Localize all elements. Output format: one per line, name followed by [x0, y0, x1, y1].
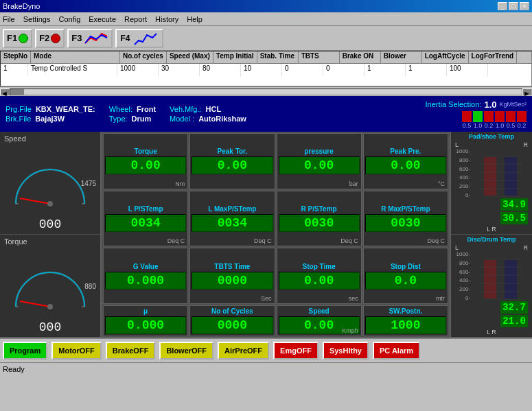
svg-point-3	[47, 201, 53, 207]
metric-tbts-time: TBTS Time 0000 Sec	[189, 248, 275, 304]
dy-400: 400-	[452, 277, 470, 283]
metric-rps-temp-unit: Deq C	[340, 237, 358, 244]
menu-report[interactable]: Report	[124, 15, 147, 23]
col-tbts: TBTS	[299, 51, 340, 63]
inertia-bar-2[interactable]	[484, 111, 494, 122]
airpre-off-button[interactable]: AirPreOFF	[218, 342, 269, 360]
pc-alarm-button[interactable]: PC Alarm	[373, 342, 420, 360]
maximize-button[interactable]: □	[509, 2, 518, 10]
wheel-value: Front	[137, 105, 156, 113]
data-grid: StepNo Mode No.of cycles Speed (Max) Tem…	[0, 51, 532, 86]
metric-lmax-stemp-unit: Deq C	[254, 237, 272, 244]
minimize-button[interactable]: _	[498, 2, 507, 10]
disc-y-axis: 1000- 800- 600- 400- 200- 0-	[452, 251, 472, 301]
metric-lmax-stemp-value: 0034	[192, 214, 273, 232]
pad-shoe-chart	[473, 156, 529, 197]
disc-drum-right-value: 21.0	[500, 315, 528, 327]
inertia-bar-3[interactable]	[495, 111, 505, 122]
inertia-bar-5[interactable]	[517, 111, 527, 122]
grid-row[interactable]: 1 Temp Controlled S 1000 30 80 10 0 0 1 …	[1, 64, 531, 76]
col-brakeon: Brake ON	[340, 51, 381, 63]
cell-tempinit: 80	[200, 64, 241, 76]
scroll-track[interactable]	[10, 89, 522, 95]
f3-button[interactable]: F3	[67, 29, 112, 48]
horizontal-scrollbar[interactable]: ◄ ►	[0, 86, 532, 96]
col-speedmax: Speed (Max)	[167, 51, 213, 63]
pad-shoe-temp-title: Pad/shoe Temp	[452, 133, 531, 140]
inertia-bar-4[interactable]	[506, 111, 516, 122]
emg-off-button[interactable]: EmgOFF	[273, 342, 319, 360]
metric-rmax-stemp-value: 0030	[365, 214, 446, 232]
disc-drum-r-values: 21.0	[452, 315, 531, 327]
dy-0: 0-	[452, 295, 470, 301]
metric-tbts-time-value: 0000	[192, 272, 273, 290]
y-800: 800-	[452, 157, 470, 163]
bar-label-4: 0.5	[506, 122, 516, 129]
window-controls: _ □ ×	[498, 2, 529, 10]
col-stabtime: Stab. Time	[257, 51, 299, 63]
temp-panel: Pad/shoe Temp L R 1000- 800- 600- 400- 2…	[450, 132, 532, 338]
bar-label-3: 1.0	[495, 122, 505, 129]
metric-lmax-stemp-title: L MaxP/STemp	[208, 205, 256, 213]
svg-rect-9	[505, 157, 517, 196]
menu-help[interactable]: Help	[187, 15, 203, 23]
grid-header: StepNo Mode No.of cycles Speed (Max) Tem…	[1, 51, 531, 64]
pad-r-label: R	[524, 141, 529, 148]
brake-off-button[interactable]: BrakeOFF	[106, 342, 156, 360]
scroll-left-btn[interactable]: ◄	[0, 89, 10, 95]
torque-gauge-dial	[9, 259, 91, 314]
inertia-section: Inertia Selection: 1.0 KgMtSec² 0.5 1.0 …	[425, 99, 527, 129]
metric-no-cycles: No of Cycles 0000	[189, 305, 275, 336]
bar-label-1: 1.0	[473, 122, 483, 129]
metric-torque-title: Torque	[135, 148, 157, 155]
svg-rect-16	[484, 260, 496, 298]
metric-rps-temp-value: 0030	[279, 214, 360, 232]
cell-logtrend: 100	[447, 64, 488, 76]
scroll-right-btn[interactable]: ►	[522, 89, 532, 95]
metric-rmax-stemp-title: R MaxP/STemp	[381, 205, 430, 213]
metric-pressure: pressure 0.00 bar	[277, 133, 362, 189]
metric-stop-time: Stop Time 0.00 sec	[277, 248, 362, 304]
metric-sw-postn-title: SW.Postn.	[389, 307, 422, 315]
torque-gauge-value: 000	[39, 320, 61, 334]
disc-drum-values: 32.7	[452, 301, 531, 314]
menu-settings[interactable]: Settings	[23, 15, 51, 23]
dy-1000: 1000-	[452, 251, 470, 257]
app-title: BrakeDyno	[3, 2, 40, 10]
col-logtrend: LogForTrend	[469, 51, 518, 63]
svg-rect-8	[484, 157, 496, 196]
metric-lps-temp-title: L P/STemp	[128, 205, 163, 213]
menu-file[interactable]: File	[3, 15, 15, 23]
menu-config[interactable]: Config	[58, 15, 80, 23]
menu-execute[interactable]: Execute	[89, 15, 116, 23]
metric-tbts-time-unit: Sec	[261, 295, 272, 302]
metric-peak-pre-value: 0.00	[365, 156, 446, 174]
metric-g-value-val: 0.000	[105, 272, 186, 290]
brk-file-label: Brk.File	[5, 115, 31, 123]
metric-stop-dist-title: Stop Dist	[391, 263, 421, 270]
program-button[interactable]: Program	[3, 342, 47, 360]
f4-calc-button[interactable]: F4	[115, 29, 163, 48]
metric-stop-dist-unit: mtr	[436, 295, 445, 302]
metric-no-cycles-value: 0000	[192, 316, 273, 334]
metric-lps-temp: L P/STemp 0034 Deq C	[103, 191, 188, 247]
col-tempinit: Temp Initial	[213, 51, 257, 63]
inertia-bar-1[interactable]	[473, 111, 483, 122]
disc-drum-chart	[473, 259, 529, 300]
inertia-bar-0[interactable]	[462, 111, 472, 122]
f1-button[interactable]: F1	[3, 29, 32, 48]
disc-drum-temp-title: Disc/Drum Temp	[452, 236, 531, 243]
speed-gauge-max: 1475	[81, 179, 96, 187]
y-600: 600-	[452, 166, 470, 172]
menu-history[interactable]: History	[155, 15, 178, 23]
scroll-thumb[interactable]	[10, 89, 24, 95]
metric-mu-value: 0.000	[105, 316, 186, 334]
sys-hlthy-button[interactable]: SysHlthy	[323, 342, 369, 360]
close-button[interactable]: ×	[520, 2, 529, 10]
torque-gauge-max: 880	[84, 282, 96, 290]
motor-off-button[interactable]: MotorOFF	[51, 342, 102, 360]
main-panel: Speed 1475 000 Torque 880	[0, 132, 532, 338]
disc-drum-bottom-labels: L R	[452, 329, 531, 336]
f2-button[interactable]: F2	[35, 29, 65, 48]
blower-off-button[interactable]: BlowerOFF	[159, 342, 213, 360]
